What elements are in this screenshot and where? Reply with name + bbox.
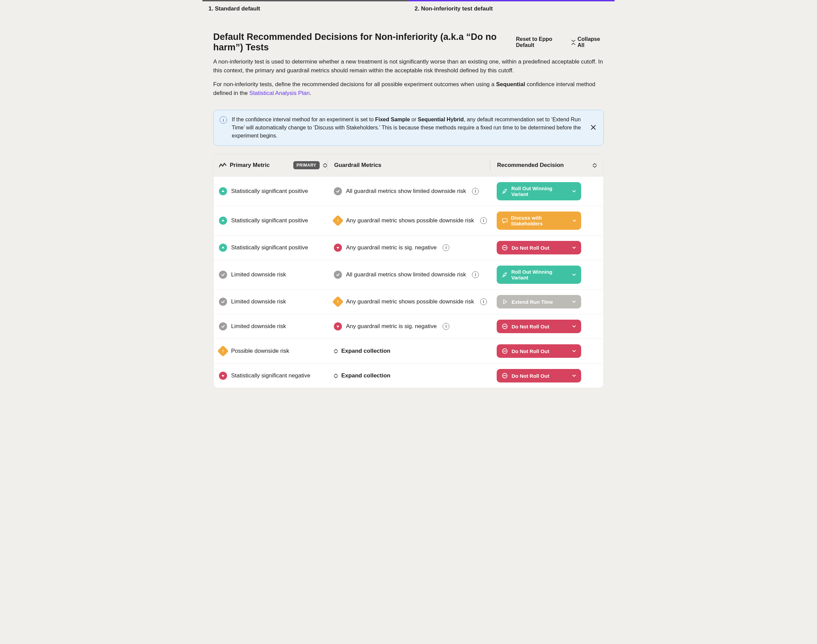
sort-icon[interactable] bbox=[593, 163, 597, 168]
expand-icon bbox=[334, 373, 338, 379]
statistical-analysis-plan-link[interactable]: Statistical Analysis Plan bbox=[249, 90, 310, 96]
table-header: Primary Metric PRIMARY Guardrail Metrics… bbox=[213, 154, 604, 176]
info-banner: i If the confidence interval method for … bbox=[213, 110, 604, 146]
sig-positive-icon bbox=[219, 187, 227, 195]
decision-select-donot[interactable]: Do Not Roll Out bbox=[497, 241, 581, 255]
tab-noninferiority-default[interactable]: 2. Non-inferiority test default bbox=[409, 0, 615, 18]
guardrail-metric-cell: Any guardrail metric is sig. negativei bbox=[334, 244, 497, 252]
decision-table: Primary Metric PRIMARY Guardrail Metrics… bbox=[213, 154, 604, 388]
primary-metric-cell: Limited downside risk bbox=[219, 297, 334, 306]
table-row: Statistically significant negativeExpand… bbox=[213, 363, 604, 388]
info-icon[interactable]: i bbox=[443, 244, 449, 251]
decision-select-extend[interactable]: Extend Run Time bbox=[497, 295, 581, 308]
sig-positive-icon bbox=[219, 244, 227, 252]
collapse-all-label: Collapse All bbox=[578, 36, 604, 48]
table-row: Limited downside riskAll guardrail metri… bbox=[213, 260, 604, 289]
desc-p2-strong: Sequential bbox=[496, 81, 525, 87]
expand-icon bbox=[334, 349, 338, 354]
expand-collection-button[interactable]: Expand collection bbox=[334, 373, 390, 379]
banner-text: If the confidence interval method for an… bbox=[232, 115, 584, 140]
primary-metric-label: Possible downside risk bbox=[231, 348, 289, 354]
guardrail-metric-label: Any guardrail metric is sig. negative bbox=[346, 323, 437, 330]
decision-label: Discuss with Stakeholders bbox=[511, 215, 569, 226]
header: Default Recommended Decisions for Non-in… bbox=[202, 18, 615, 56]
th-decision-label: Recommended Decision bbox=[490, 160, 564, 170]
banner-s1: Fixed Sample bbox=[375, 117, 410, 122]
guardrail-metric-label: Any guardrail metric shows possible down… bbox=[346, 298, 474, 305]
primary-metric-label: Statistically significant negative bbox=[231, 373, 310, 379]
sort-icon[interactable] bbox=[323, 163, 327, 168]
limited-risk-icon bbox=[219, 271, 227, 279]
info-icon[interactable]: i bbox=[480, 298, 487, 305]
decision-select-donot[interactable]: Do Not Roll Out bbox=[497, 344, 581, 358]
reset-to-default-button[interactable]: Reset to Eppo Default bbox=[516, 36, 565, 48]
decision-label: Roll Out Winning Variant bbox=[511, 269, 568, 281]
expand-collection-button[interactable]: Expand collection bbox=[334, 348, 390, 354]
primary-metric-cell: Statistically significant positive bbox=[219, 216, 334, 225]
info-icon[interactable]: i bbox=[472, 188, 479, 195]
decision-select-donot[interactable]: Do Not Roll Out bbox=[497, 369, 581, 382]
primary-metric-label: Statistically significant positive bbox=[231, 244, 308, 251]
info-icon: i bbox=[220, 116, 227, 124]
decision-cell: Roll Out Winning Variant bbox=[497, 182, 598, 200]
decision-label: Do Not Roll Out bbox=[512, 324, 549, 330]
svg-rect-5 bbox=[337, 301, 338, 302]
decision-cell: Do Not Roll Out bbox=[497, 344, 598, 358]
table-row: Possible downside riskExpand collectionD… bbox=[213, 339, 604, 363]
primary-metric-cell: Limited downside risk bbox=[219, 322, 334, 330]
decision-label: Do Not Roll Out bbox=[512, 373, 549, 379]
limited-risk-icon bbox=[219, 322, 227, 330]
sig-negative-icon bbox=[219, 372, 227, 380]
svg-rect-10 bbox=[223, 352, 223, 353]
decision-label: Do Not Roll Out bbox=[512, 348, 549, 354]
sig-negative-icon bbox=[334, 322, 342, 330]
table-row: Limited downside riskAny guardrail metri… bbox=[213, 314, 604, 339]
svg-rect-1 bbox=[337, 222, 338, 222]
guardrail-metric-cell: All guardrail metrics show limited downs… bbox=[334, 271, 497, 279]
primary-pill: PRIMARY bbox=[293, 161, 320, 169]
decision-select-discuss[interactable]: Discuss with Stakeholders bbox=[497, 212, 581, 230]
info-icon[interactable]: i bbox=[443, 323, 449, 330]
collapse-icon bbox=[571, 40, 575, 45]
decision-cell: Do Not Roll Out bbox=[497, 369, 598, 382]
svg-rect-0 bbox=[337, 219, 338, 221]
table-row: Limited downside riskAny guardrail metri… bbox=[213, 289, 604, 314]
primary-metric-cell: Statistically significant positive bbox=[219, 187, 334, 195]
decision-label: Roll Out Winning Variant bbox=[511, 186, 568, 197]
guardrail-metric-cell: All guardrail metrics show limited downs… bbox=[334, 187, 497, 195]
decision-label: Extend Run Time bbox=[512, 299, 553, 305]
decision-label: Do Not Roll Out bbox=[512, 245, 549, 251]
close-icon[interactable] bbox=[589, 124, 597, 132]
th-primary-metric: Primary Metric PRIMARY bbox=[219, 161, 334, 169]
guardrail-metric-label: All guardrail metrics show limited downs… bbox=[346, 271, 466, 278]
banner-s2: Sequential Hybrid bbox=[418, 117, 464, 122]
header-actions: Reset to Eppo Default Collapse All bbox=[516, 36, 604, 48]
decision-cell: Do Not Roll Out bbox=[497, 320, 598, 333]
decision-select-rollout[interactable]: Roll Out Winning Variant bbox=[497, 265, 581, 284]
primary-metric-label: Limited downside risk bbox=[231, 271, 286, 278]
description: A non-inferiority test is used to determ… bbox=[202, 56, 615, 109]
th-recommended-decision: Recommended Decision bbox=[497, 160, 598, 170]
limited-risk-icon bbox=[219, 297, 227, 306]
info-icon[interactable]: i bbox=[480, 217, 487, 224]
guardrail-metric-label: Any guardrail metric shows possible down… bbox=[346, 217, 474, 224]
primary-metric-label: Statistically significant positive bbox=[231, 217, 308, 224]
decision-cell: Discuss with Stakeholders bbox=[497, 212, 598, 230]
decision-select-donot[interactable]: Do Not Roll Out bbox=[497, 320, 581, 333]
primary-metric-cell: Limited downside risk bbox=[219, 271, 334, 279]
expand-label: Expand collection bbox=[341, 348, 390, 354]
banner-pre: If the confidence interval method for an… bbox=[232, 117, 375, 122]
decision-select-rollout[interactable]: Roll Out Winning Variant bbox=[497, 182, 581, 200]
tab-standard-default[interactable]: 1. Standard default bbox=[202, 0, 409, 18]
page-root: 1. Standard default 2. Non-inferiority t… bbox=[202, 0, 615, 388]
primary-metric-label: Statistically significant positive bbox=[231, 188, 308, 195]
info-icon[interactable]: i bbox=[472, 271, 479, 278]
collapse-all-button[interactable]: Collapse All bbox=[571, 36, 604, 48]
th-guardrail-label: Guardrail Metrics bbox=[327, 160, 382, 170]
guardrail-metric-cell[interactable]: Expand collection bbox=[334, 348, 497, 354]
guardrail-metric-cell[interactable]: Expand collection bbox=[334, 373, 497, 379]
guardrail-metric-cell: Any guardrail metric shows possible down… bbox=[334, 216, 497, 225]
possible-risk-icon bbox=[217, 345, 229, 357]
guardrail-metric-label: All guardrail metrics show limited downs… bbox=[346, 188, 466, 195]
th-primary-label: Primary Metric bbox=[230, 162, 270, 169]
